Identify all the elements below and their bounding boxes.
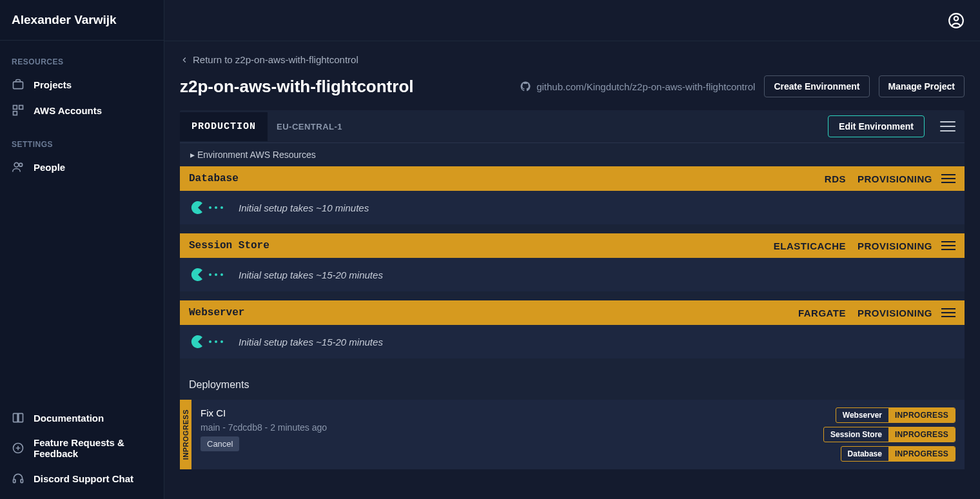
service-body-webserver: Initial setup takes ~15-20 minutes [180,325,965,358]
badge-name: Webserver [836,408,888,422]
loading-pacman-icon [190,267,223,282]
sidebar-item-label: Documentation [34,413,104,424]
arrow-left-icon [180,55,189,64]
owner-name: Alexander Varwijk [12,13,152,27]
repo-url: github.com/Kingdutch/z2p-on-aws-with-fli… [536,81,755,92]
sidebar-item-people[interactable]: People [0,154,164,180]
sidebar-item-aws-accounts[interactable]: AWS Accounts [0,97,164,123]
sidebar: Alexander Varwijk RESOURCES Projects AWS… [0,0,164,499]
deployment-badge: Session Store INPROGRESS [823,427,956,442]
badge-status: INPROGRESS [888,408,955,422]
sidebar-item-label: Discord Support Chat [34,473,133,484]
return-label: Return to z2p-on-aws-with-flightcontrol [193,54,358,65]
service-menu-button[interactable] [941,240,956,251]
users-icon [12,161,24,173]
briefcase-icon [12,78,24,91]
svg-rect-3 [14,112,17,115]
service-name: Webserver [189,307,798,318]
edit-environment-button[interactable]: Edit Environment [828,115,925,137]
deployment-status-stripe: INPROGRESS [180,400,191,469]
topbar [164,0,980,41]
service-header-session-store: Session Store ELASTICACHE PROVISIONING [180,233,965,258]
env-resources-expand[interactable]: ▸ Environment AWS Resources [180,143,965,166]
deployment-badge: Webserver INPROGRESS [836,407,956,423]
service-name: Database [189,173,825,184]
svg-rect-2 [19,106,23,110]
cancel-deployment-button[interactable]: Cancel [201,436,239,451]
svg-rect-1 [14,106,17,110]
deployments-heading: Deployments [180,367,965,400]
service-status: PROVISIONING [858,308,932,318]
loading-pacman-icon [190,200,223,215]
svg-point-5 [19,163,23,166]
sidebar-item-discord[interactable]: Discord Support Chat [0,465,164,491]
service-header-webserver: Webserver FARGATE PROVISIONING [180,300,965,325]
user-circle-icon [948,12,965,29]
service-type: ELASTICACHE [774,240,846,251]
sidebar-item-label: AWS Accounts [34,105,102,116]
service-menu-button[interactable] [941,173,956,184]
grid-icon [12,104,24,117]
create-environment-button[interactable]: Create Environment [764,75,869,97]
svg-rect-8 [21,480,23,483]
sidebar-item-projects[interactable]: Projects [0,72,164,97]
badge-name: Database [841,447,888,461]
user-avatar-button[interactable] [948,12,965,29]
service-type: FARGATE [798,308,846,318]
svg-rect-0 [14,82,23,89]
service-header-database: Database RDS PROVISIONING [180,166,965,191]
sidebar-item-label: People [34,162,65,173]
deployment-badge: Database INPROGRESS [841,446,956,462]
service-message: Initial setup takes ~15-20 minutes [239,337,383,347]
manage-project-button[interactable]: Manage Project [879,75,965,97]
sidebar-item-feedback[interactable]: Feature Requests & Feedback [0,431,164,465]
sidebar-header: Alexander Varwijk [0,0,164,41]
deployment-title[interactable]: Fix CI [201,407,327,418]
plus-circle-icon [12,442,24,455]
page-title: z2p-on-aws-with-flightcontrol [180,77,414,97]
sidebar-item-label: Projects [34,79,72,90]
sidebar-item-label: Feature Requests & Feedback [34,437,152,459]
section-settings-label: SETTINGS [0,133,164,154]
tab-production[interactable]: PRODUCTION [180,112,268,141]
service-message: Initial setup takes ~15-20 minutes [239,269,383,280]
sidebar-item-documentation[interactable]: Documentation [0,405,164,431]
loading-pacman-icon [190,334,223,349]
github-icon [520,81,531,92]
service-status: PROVISIONING [858,173,932,184]
env-menu-button[interactable] [940,119,956,134]
env-resources-label: Environment AWS Resources [197,150,316,160]
service-message: Initial setup takes ~10 minutes [239,202,369,213]
section-resources-label: RESOURCES [0,51,164,72]
badge-status: INPROGRESS [888,427,955,442]
svg-point-4 [14,162,19,167]
deployment-row: INPROGRESS Fix CI main - 7cdcdb8 - 2 min… [180,400,965,469]
deployment-stripe-label: INPROGRESS [182,409,190,460]
service-status: PROVISIONING [858,240,932,251]
headphones-icon [12,472,24,485]
service-type: RDS [825,173,846,184]
deployment-meta: main - 7cdcdb8 - 2 minutes ago [201,422,327,433]
svg-point-10 [954,16,959,21]
env-region: EU-CENTRAL-1 [268,113,351,141]
service-name: Session Store [189,240,774,251]
service-body-database: Initial setup takes ~10 minutes [180,191,965,224]
svg-rect-7 [14,480,15,483]
badge-name: Session Store [824,427,888,442]
return-link[interactable]: Return to z2p-on-aws-with-flightcontrol [180,54,965,65]
book-icon [12,411,24,424]
triangle-right-icon: ▸ [190,150,195,160]
badge-status: INPROGRESS [888,447,955,461]
service-body-session-store: Initial setup takes ~15-20 minutes [180,258,965,291]
service-menu-button[interactable] [941,307,956,318]
repo-link[interactable]: github.com/Kingdutch/z2p-on-aws-with-fli… [520,81,755,92]
